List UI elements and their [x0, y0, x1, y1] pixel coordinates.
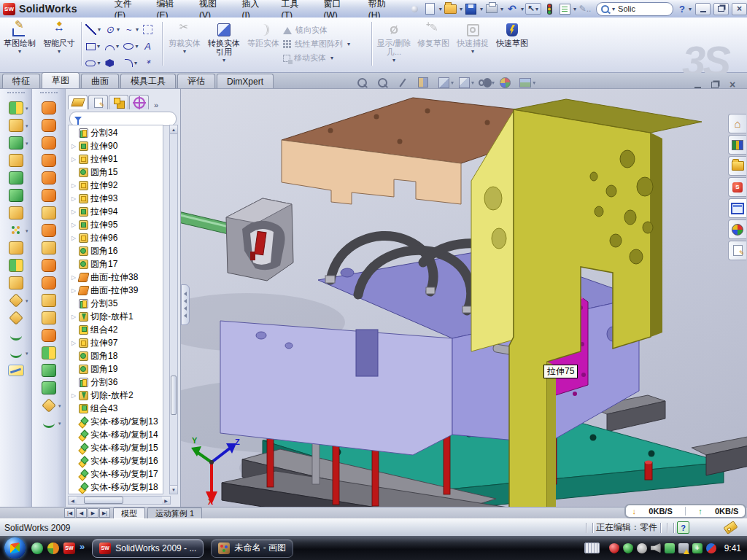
- mold-toolbar-icon[interactable]: ▾: [5, 134, 27, 152]
- part-gray-clamp[interactable]: [226, 198, 293, 281]
- mold-toolbar-icon[interactable]: ▾: [5, 117, 27, 134]
- sketch-entity-button[interactable]: ▾: [84, 55, 103, 71]
- ribbon-mid-button[interactable]: 转换实体引用 ▾: [204, 20, 244, 69]
- new-dropdown[interactable]: ▾: [439, 6, 442, 12]
- feature-tree-item[interactable]: ▷ 分割36: [69, 376, 163, 389]
- minimize-button[interactable]: [695, 3, 711, 15]
- undo-icon[interactable]: ↶: [505, 2, 519, 15]
- expand-arrow-icon[interactable]: ▷: [71, 143, 77, 149]
- features-toolbar-icon[interactable]: ▾: [38, 152, 60, 169]
- feature-tree-item[interactable]: ▷ 圆角18: [69, 349, 163, 362]
- tray-icon[interactable]: +: [692, 543, 703, 553]
- help-button[interactable]: ?: [677, 4, 687, 15]
- edit-color-icon[interactable]: ✎..: [578, 2, 592, 15]
- task-pane-tab[interactable]: ⌂: [728, 114, 746, 133]
- feature-tree-item[interactable]: ▷ 圆角19: [69, 362, 163, 376]
- feature-tree-item[interactable]: ▷ 组合42: [69, 323, 163, 336]
- options-icon[interactable]: [557, 2, 572, 15]
- sketch-entity-button[interactable]: ＊ ▾: [141, 55, 160, 71]
- task-pane-tab[interactable]: S: [728, 177, 746, 197]
- expand-arrow-icon[interactable]: ▷: [71, 392, 77, 399]
- tree-vertical-scrollbar[interactable]: ▲ ▼: [169, 125, 178, 494]
- sketch-entity-button[interactable]: ⊙ ▾: [103, 21, 122, 38]
- expand-arrow-icon[interactable]: ▷: [71, 156, 77, 163]
- feature-tree-item[interactable]: ▷ 实体-移动/复制13: [69, 415, 163, 428]
- open-dropdown[interactable]: ▾: [460, 6, 462, 12]
- save-dropdown[interactable]: ▾: [480, 6, 483, 12]
- task-pane-tab[interactable]: [728, 241, 746, 260]
- tab-nav-button[interactable]: |◀: [64, 508, 75, 518]
- feature-tree-item[interactable]: ▷ 实体-移动/复制17: [69, 467, 163, 481]
- feature-tree-item[interactable]: ▷ 拉伸97: [69, 336, 163, 349]
- search-dropdown[interactable]: ▾: [612, 6, 615, 12]
- feature-tree-item[interactable]: ▷ 实体-移动/复制18: [69, 481, 163, 494]
- command-tab[interactable]: 草图: [42, 72, 80, 88]
- headsup-icon[interactable]: [458, 77, 470, 88]
- scroll-left-icon[interactable]: ◀: [69, 497, 77, 504]
- ribbon-right-button[interactable]: 快速草图 ▾: [492, 20, 532, 69]
- sketch-entity-button[interactable]: ~ ▾: [122, 21, 141, 38]
- headsup-icon[interactable]: [499, 77, 511, 88]
- scroll-right-icon[interactable]: ▶: [162, 497, 170, 504]
- tree-filter-input[interactable]: [69, 112, 177, 126]
- mold-toolbar-icon[interactable]: ▾: [5, 169, 27, 187]
- sketch-entity-button[interactable]: ▾: [103, 55, 122, 71]
- viewport-model[interactable]: Y Z X: [181, 89, 747, 507]
- feature-tree-item[interactable]: ▷ 分割34: [69, 126, 163, 139]
- command-tab[interactable]: 特征: [2, 74, 40, 88]
- features-toolbar-icon[interactable]: ▾: [38, 327, 60, 344]
- expand-arrow-icon[interactable]: ▷: [71, 209, 77, 215]
- expand-arrow-icon[interactable]: ▷: [71, 182, 77, 189]
- features-toolbar-icon[interactable]: ▾: [38, 379, 60, 397]
- features-toolbar-icon[interactable]: ▾: [38, 222, 60, 239]
- features-toolbar-icon[interactable]: ▾: [38, 169, 60, 187]
- scroll-thumb[interactable]: [84, 497, 123, 504]
- close-button[interactable]: ×: [732, 3, 747, 15]
- tray-icon[interactable]: [637, 543, 647, 553]
- expand-arrow-icon[interactable]: ▷: [71, 235, 77, 241]
- feature-tree-item[interactable]: ▷ 实体-移动/复制15: [69, 441, 163, 454]
- scroll-down-icon[interactable]: ▼: [170, 485, 177, 494]
- expand-arrow-icon[interactable]: ▷: [71, 287, 77, 294]
- feature-tree-item[interactable]: ▷ 拉伸93: [69, 192, 163, 205]
- tray-icon[interactable]: [623, 543, 633, 553]
- doc-restore-button[interactable]: [708, 79, 722, 90]
- feature-tree-item[interactable]: ▷ 曲面-拉伸39: [69, 284, 163, 297]
- taskbar-clock[interactable]: 9:41: [724, 543, 741, 553]
- command-tab[interactable]: 评估: [177, 74, 215, 88]
- headsup-icon[interactable]: [479, 77, 490, 88]
- property-manager-tab[interactable]: [88, 95, 108, 109]
- feature-tree-item[interactable]: ▷ 圆角16: [69, 244, 163, 257]
- scroll-thumb[interactable]: [171, 376, 177, 415]
- save-icon[interactable]: [464, 2, 479, 15]
- task-pane-tab[interactable]: [728, 135, 746, 155]
- quicklaunch-overflow-chevron[interactable]: »: [80, 541, 85, 552]
- feature-manager-tab[interactable]: [68, 95, 88, 109]
- mold-toolbar-icon[interactable]: ▾: [5, 239, 27, 257]
- features-toolbar-icon[interactable]: ▾: [38, 134, 60, 152]
- print-icon[interactable]: [484, 2, 499, 15]
- mold-toolbar-icon[interactable]: ▾: [5, 309, 27, 327]
- tray-icon[interactable]: [678, 543, 689, 553]
- feature-tree-item[interactable]: ▷ 拉伸91: [69, 152, 163, 166]
- task-pane-tab[interactable]: [728, 219, 746, 239]
- ribbon-big-button[interactable]: 草图绘制 ▾: [0, 20, 39, 69]
- quicklaunch-solidworks-icon[interactable]: SW: [63, 542, 75, 554]
- headsup-icon[interactable]: [376, 77, 388, 88]
- expand-arrow-icon[interactable]: ▷: [71, 314, 77, 320]
- mold-toolbar-icon[interactable]: ▾: [5, 344, 27, 362]
- new-document-icon[interactable]: [423, 2, 438, 15]
- options-dropdown[interactable]: ▾: [573, 6, 576, 12]
- features-toolbar-icon[interactable]: ▾: [38, 362, 60, 379]
- toolbar-grip[interactable]: [40, 92, 58, 96]
- ribbon-row-button[interactable]: 线性草图阵列 ▾: [283, 37, 369, 51]
- doc-minimize-button[interactable]: [690, 79, 705, 90]
- taskbar-window-button[interactable]: 未命名 - 画图: [211, 539, 293, 558]
- headsup-icon[interactable]: [417, 77, 429, 88]
- sketch-entity-button[interactable]: ▾: [84, 38, 103, 55]
- tray-icon[interactable]: [706, 543, 716, 553]
- mold-toolbar-icon[interactable]: ▾: [5, 204, 27, 222]
- headsup-icon[interactable]: [356, 77, 368, 88]
- expand-arrow-icon[interactable]: ▷: [71, 222, 77, 228]
- features-toolbar-icon[interactable]: ▾: [38, 204, 60, 222]
